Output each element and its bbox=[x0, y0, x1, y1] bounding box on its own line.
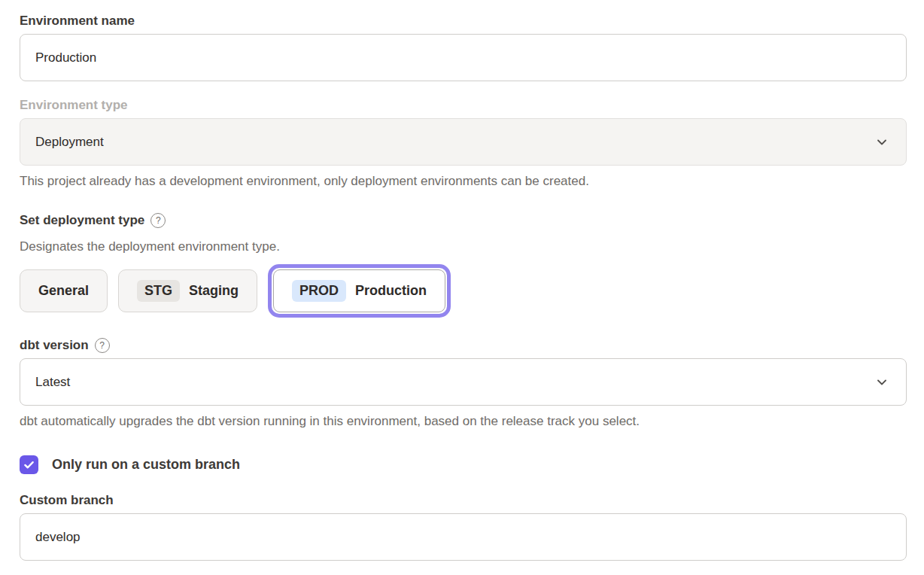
custom-branch-checkbox[interactable] bbox=[20, 455, 38, 474]
chevron-down-icon bbox=[876, 136, 888, 148]
custom-branch-toggle-row: Only run on a custom branch bbox=[20, 455, 907, 474]
help-question-icon[interactable]: ? bbox=[95, 338, 110, 353]
custom-branch-label: Custom branch bbox=[20, 492, 907, 508]
deployment-type-label: Set deployment type ? bbox=[20, 212, 907, 228]
production-badge: PROD bbox=[292, 280, 346, 302]
environment-name-label: Environment name bbox=[20, 13, 907, 29]
dbt-version-label: dbt version ? bbox=[20, 337, 907, 353]
dbt-version-select[interactable]: Latest bbox=[20, 358, 907, 406]
environment-name-input[interactable] bbox=[20, 34, 907, 81]
custom-branch-toggle-label: Only run on a custom branch bbox=[52, 457, 240, 473]
production-button-label: Production bbox=[355, 283, 427, 299]
deployment-type-general-button[interactable]: General bbox=[20, 269, 108, 312]
environment-type-helper-text: This project already has a development e… bbox=[20, 173, 907, 189]
environment-type-selected-value: Deployment bbox=[35, 135, 104, 150]
deployment-type-label-text: Set deployment type bbox=[20, 212, 144, 228]
environment-name-label-text: Environment name bbox=[20, 13, 135, 29]
staging-badge: STG bbox=[137, 280, 180, 302]
custom-branch-label-text: Custom branch bbox=[20, 492, 114, 508]
chevron-down-icon bbox=[876, 376, 888, 388]
help-question-icon[interactable]: ? bbox=[150, 213, 166, 228]
deployment-type-staging-button[interactable]: STG Staging bbox=[118, 269, 257, 312]
deployment-type-options: General STG Staging PROD Production bbox=[20, 266, 907, 316]
production-selected-ring: PROD Production bbox=[268, 264, 451, 318]
deployment-type-description: Designates the deployment environment ty… bbox=[20, 239, 907, 254]
general-button-label: General bbox=[38, 283, 89, 299]
environment-type-select[interactable]: Deployment bbox=[20, 118, 907, 166]
staging-button-label: Staging bbox=[189, 283, 239, 299]
dbt-version-selected-value: Latest bbox=[35, 375, 70, 390]
environment-settings-form: Environment name Environment type Deploy… bbox=[0, 0, 924, 561]
environment-type-label-text: Environment type bbox=[20, 97, 128, 113]
custom-branch-input[interactable] bbox=[20, 513, 907, 561]
dbt-version-helper-text: dbt automatically upgrades the dbt versi… bbox=[20, 413, 907, 429]
environment-type-label: Environment type bbox=[20, 97, 907, 113]
dbt-version-label-text: dbt version bbox=[20, 337, 89, 353]
checkmark-icon bbox=[23, 459, 35, 470]
deployment-type-production-button[interactable]: PROD Production bbox=[273, 269, 445, 312]
